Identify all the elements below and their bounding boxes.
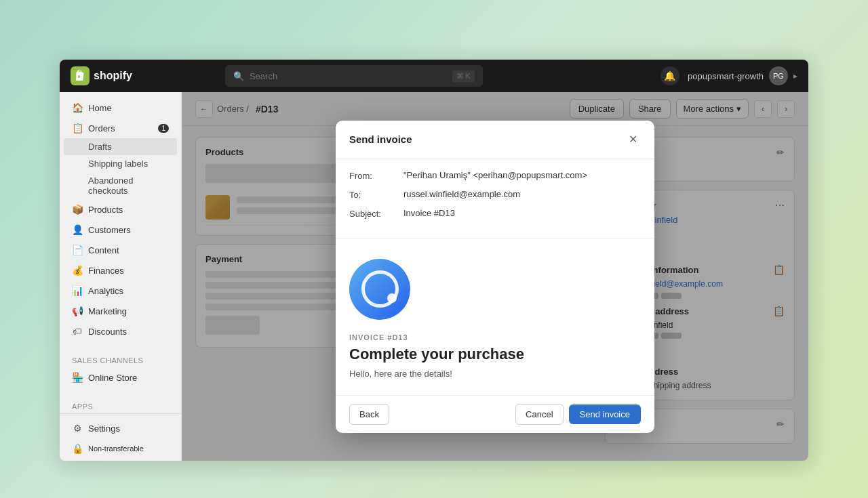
sidebar-item-products[interactable]: 📦 Products (64, 199, 177, 220)
page-content: ← Orders / #D13 Duplicate Share More act… (182, 92, 808, 461)
search-icon: 🔍 (233, 71, 244, 81)
modal-title: Send invoice (349, 133, 412, 145)
orders-badge: 1 (158, 124, 169, 133)
preview-logo-dot (387, 293, 397, 303)
orders-icon: 📋 (72, 123, 83, 133)
settings-icon: ⚙ (72, 423, 83, 434)
apps-label: Apps (60, 396, 181, 413)
modal-form: From: "Perihan Uramiş" <perihan@popupsma… (336, 159, 654, 238)
sidebar-bottom: ⚙ Settings 🔒 Non-transferable (60, 413, 181, 459)
discounts-icon: 🏷 (72, 326, 83, 337)
sales-channels-label: Sales channels (60, 350, 181, 367)
abandoned-checkouts-label: Abandoned checkouts (88, 175, 134, 196)
search-placeholder: Search (250, 71, 277, 81)
lock-icon: 🔒 (72, 443, 83, 454)
logo-text: shopify (94, 70, 132, 82)
settings-label: Settings (88, 423, 120, 434)
from-row: From: "Perihan Uramiş" <perihan@popupsma… (349, 170, 641, 181)
drafts-label: Drafts (88, 142, 112, 152)
non-transferable-label: Non-transferable (88, 444, 144, 453)
sidebar-item-content[interactable]: 📄 Content (64, 240, 177, 260)
subject-label: Subject: (349, 208, 403, 219)
modal-footer: Back Cancel Send invoice (336, 395, 654, 433)
sidebar-item-abandoned-checkouts[interactable]: Abandoned checkouts (64, 172, 177, 199)
sidebar-item-label: Finances (88, 266, 124, 276)
to-row: To: russel.winfield@example.com (349, 189, 641, 200)
home-icon: 🏠 (72, 102, 83, 113)
sidebar-item-label: Customers (88, 225, 131, 235)
marketing-icon: 📢 (72, 306, 83, 316)
to-value: russel.winfield@example.com (403, 189, 641, 199)
sidebar-item-discounts[interactable]: 🏷 Discounts (64, 321, 177, 341)
invoice-preview: INVOICE #D13 Complete your purchase Hell… (336, 238, 654, 395)
sidebar-item-label: Content (88, 245, 119, 255)
search-shortcut: ⌘ K (452, 70, 475, 82)
sidebar-item-label: Marketing (88, 306, 127, 316)
user-menu-arrow: ▸ (793, 71, 797, 81)
sidebar-item-label: Orders (88, 123, 115, 133)
preview-logo-inner (361, 270, 399, 308)
sidebar-item-marketing[interactable]: 📢 Marketing (64, 301, 177, 321)
preview-logo (349, 259, 410, 320)
sidebar-item-label: Home (88, 103, 112, 113)
sidebar-item-label: Products (88, 205, 123, 215)
online-store-label: Online Store (88, 373, 137, 383)
to-label: To: (349, 189, 403, 200)
subject-value: Invoice #D13 (403, 208, 641, 218)
sidebar-item-non-transferable[interactable]: 🔒 Non-transferable (64, 438, 177, 459)
products-icon: 📦 (72, 204, 83, 215)
sidebar-item-finances[interactable]: 💰 Finances (64, 260, 177, 281)
sidebar-item-label: Analytics (88, 286, 123, 296)
preview-heading: Complete your purchase (349, 346, 524, 363)
sidebar-item-analytics[interactable]: 📊 Analytics (64, 281, 177, 301)
preview-invoice-label: INVOICE #D13 (349, 333, 408, 341)
user-menu[interactable]: popupsmart-growth PG ▸ (688, 66, 797, 85)
subject-row: Subject: Invoice #D13 (349, 208, 641, 219)
modal-overlay: Send invoice ✕ From: "Perihan Uramiş" <p… (182, 92, 808, 461)
send-invoice-button[interactable]: Send invoice (569, 404, 641, 424)
topbar-right: 🔔 popupsmart-growth PG ▸ (660, 66, 797, 85)
sidebar-item-shipping-labels[interactable]: Shipping labels (64, 155, 177, 172)
modal-header: Send invoice ✕ (336, 121, 654, 159)
sidebar-item-label: Discounts (88, 327, 127, 337)
from-label: From: (349, 170, 403, 181)
online-store-icon: 🏪 (72, 372, 83, 383)
search-bar[interactable]: 🔍 Search ⌘ K (225, 65, 483, 87)
sidebar-item-orders[interactable]: 📋 Orders 1 (64, 118, 177, 138)
sidebar-item-settings[interactable]: ⚙ Settings (64, 418, 177, 438)
username: popupsmart-growth (688, 71, 764, 81)
back-button[interactable]: Back (349, 404, 389, 425)
sidebar-item-customers[interactable]: 👤 Customers (64, 220, 177, 240)
shipping-labels-label: Shipping labels (88, 159, 148, 169)
cancel-button[interactable]: Cancel (515, 404, 563, 425)
content-icon: 📄 (72, 245, 83, 255)
sidebar-item-drafts[interactable]: Drafts (64, 138, 177, 155)
topbar: shopify 🔍 Search ⌘ K 🔔 popupsmart-growth… (60, 60, 808, 92)
sidebar-item-home[interactable]: 🏠 Home (64, 98, 177, 118)
modal-close-button[interactable]: ✕ (625, 131, 641, 148)
analytics-icon: 📊 (72, 285, 83, 296)
customers-icon: 👤 (72, 224, 83, 235)
from-value: "Perihan Uramiş" <perihan@popupsmart.com… (403, 170, 641, 180)
shopify-logo: shopify (71, 66, 132, 85)
send-invoice-modal: Send invoice ✕ From: "Perihan Uramiş" <p… (336, 121, 654, 433)
avatar: PG (769, 66, 788, 85)
main-area: 🏠 Home 📋 Orders 1 Drafts Shipping labels… (60, 92, 808, 461)
notifications-button[interactable]: 🔔 (660, 66, 679, 85)
sidebar: 🏠 Home 📋 Orders 1 Drafts Shipping labels… (60, 92, 182, 461)
finances-icon: 💰 (72, 265, 83, 276)
preview-sub: Hello, here are the details! (349, 369, 452, 379)
sidebar-item-online-store[interactable]: 🏪 Online Store (64, 367, 177, 388)
